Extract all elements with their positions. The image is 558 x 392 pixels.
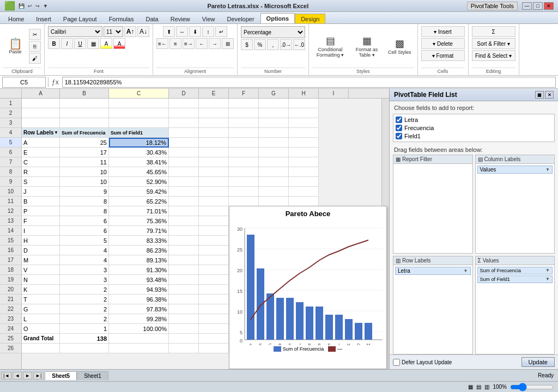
fill-color-btn[interactable]: A	[100, 38, 112, 49]
cell-h5[interactable]	[289, 138, 319, 148]
pivot-area-content-row-labels[interactable]: Letra ▼	[393, 265, 472, 354]
tab-developer[interactable]: Developer	[221, 14, 260, 23]
cell-a23[interactable]: L	[22, 314, 60, 324]
cell-a2[interactable]	[22, 108, 60, 118]
cell-e5[interactable]	[199, 138, 229, 148]
sort-filter-btn[interactable]: Sort & Filter ▾	[472, 38, 515, 49]
view-normal-icon[interactable]: ▦	[468, 384, 473, 390]
tab-design[interactable]: Design	[295, 14, 325, 23]
cell-g1[interactable]	[259, 99, 289, 108]
cell-d2[interactable]	[169, 108, 199, 118]
col-header-g[interactable]: G	[259, 89, 289, 98]
autosum-btn[interactable]: Σ	[472, 26, 515, 37]
maximize-btn[interactable]: □	[533, 2, 543, 10]
align-top-btn[interactable]: ⬆	[163, 26, 175, 37]
cell-f5[interactable]	[229, 138, 259, 148]
cell-c5[interactable]: 18.12%	[109, 138, 169, 148]
cell-a24[interactable]: O	[22, 324, 60, 334]
view-pagebreak-icon[interactable]: ▥	[484, 384, 489, 390]
col-header-a[interactable]: A	[22, 89, 60, 98]
pivot-tag-values[interactable]: Values ▼	[477, 166, 553, 174]
copy-btn[interactable]: ⎘	[29, 41, 41, 52]
pivot-tag-sum-frecuencia[interactable]: Sum of Frecuencia ▼	[477, 267, 553, 274]
cell-d5[interactable]	[169, 138, 199, 148]
pivot-area-content-values[interactable]: Sum of Frecuencia ▼ Sum of Field1 ▼	[476, 265, 555, 354]
pivot-area-content-report-filter[interactable]	[393, 164, 472, 253]
cell-c6[interactable]: 30.43%	[109, 148, 169, 157]
tab-view[interactable]: View	[196, 14, 221, 23]
cell-b3[interactable]	[60, 118, 109, 128]
sheet-nav-next[interactable]: ►	[23, 372, 32, 379]
sheet-tab-sheet1[interactable]: Sheet1	[77, 371, 108, 380]
pivot-check-field1[interactable]	[396, 133, 402, 139]
wrap-text-btn[interactable]: ↵	[215, 26, 227, 37]
zoom-slider[interactable]	[510, 383, 554, 391]
col-header-c[interactable]: C	[109, 89, 169, 98]
pivot-area-content-column-labels[interactable]: Values ▼	[476, 164, 555, 253]
cell-a8[interactable]: R	[22, 167, 60, 177]
save-icon[interactable]: 💾	[17, 3, 26, 9]
cut-btn[interactable]: ✂	[29, 29, 41, 40]
format-as-table-btn[interactable]: ▦ Format as Table ▾	[350, 33, 384, 59]
minimize-btn[interactable]: —	[522, 2, 532, 10]
cell-a5[interactable]: A	[22, 138, 60, 148]
cell-a19[interactable]: N	[22, 275, 60, 285]
cell-e1[interactable]	[199, 99, 229, 108]
cell-a17[interactable]: M	[22, 255, 60, 265]
cell-g4[interactable]	[259, 128, 289, 138]
pivot-check-frecuencia[interactable]	[396, 125, 402, 131]
cell-a12[interactable]: P	[22, 206, 60, 216]
pivot-update-btn[interactable]: Update	[521, 357, 555, 367]
cell-a4-row-labels[interactable]: Row Labels ▼	[22, 128, 60, 138]
cell-e4[interactable]	[199, 128, 229, 138]
cell-a9[interactable]: S	[22, 177, 60, 187]
view-layout-icon[interactable]: ▤	[476, 384, 481, 390]
cell-b6[interactable]: 17	[60, 148, 109, 157]
close-btn[interactable]: ✕	[544, 2, 554, 10]
underline-btn[interactable]: U	[74, 38, 86, 49]
cell-a21[interactable]: T	[22, 295, 60, 304]
cell-a3[interactable]	[22, 118, 60, 128]
pivot-tag-sum-field1[interactable]: Sum of Field1 ▼	[477, 275, 553, 283]
more-qa-icon[interactable]: ▼	[42, 3, 49, 9]
cell-b1[interactable]	[60, 99, 109, 108]
text-direction-btn[interactable]: ↕	[202, 26, 214, 37]
cell-reference-box[interactable]	[2, 77, 46, 88]
cell-a22[interactable]: G	[22, 304, 60, 314]
number-format-select[interactable]: Percentage	[241, 26, 305, 38]
cell-b5[interactable]: 25	[60, 138, 109, 148]
comma-btn[interactable]: ,	[267, 39, 279, 50]
col-header-b[interactable]: B	[60, 89, 109, 98]
cell-f1[interactable]	[229, 99, 259, 108]
currency-btn[interactable]: $	[241, 39, 253, 50]
tab-data[interactable]: Data	[140, 14, 164, 23]
cell-f4[interactable]	[229, 128, 259, 138]
format-painter-btn[interactable]: 🖌	[29, 53, 41, 64]
cell-styles-btn[interactable]: ▩ Cell Styles	[385, 36, 414, 57]
find-select-btn[interactable]: Find & Select ▾	[472, 50, 515, 61]
percent-btn[interactable]: %	[254, 39, 266, 50]
function-icon[interactable]: ƒx	[51, 78, 60, 86]
sheet-nav-prev[interactable]: ◄	[13, 372, 22, 379]
pivot-tag-letra[interactable]: Letra ▼	[395, 267, 471, 275]
italic-btn[interactable]: I	[61, 38, 73, 49]
cell-a10[interactable]: J	[22, 187, 60, 197]
defer-layout-checkbox[interactable]	[393, 359, 400, 366]
formula-input[interactable]	[62, 77, 556, 88]
paste-btn[interactable]: 📋 Paste	[3, 36, 27, 56]
cell-h4[interactable]	[289, 128, 319, 138]
decrease-decimal-btn[interactable]: ←.0	[293, 39, 305, 50]
sheet-tab-sheet5[interactable]: Sheet5	[45, 371, 77, 380]
sheet-nav-last[interactable]: ►|	[33, 372, 44, 379]
cell-h3[interactable]	[289, 118, 319, 128]
cell-c1[interactable]	[109, 99, 169, 108]
align-center-btn[interactable]: ≡	[169, 38, 181, 49]
bold-btn[interactable]: B	[48, 38, 60, 49]
cell-g5[interactable]	[259, 138, 289, 148]
cell-a14[interactable]: I	[22, 226, 60, 236]
cell-h2[interactable]	[289, 108, 319, 118]
pivot-layout-btn[interactable]: ▦	[535, 91, 544, 99]
cell-b2[interactable]	[60, 108, 109, 118]
align-bottom-btn[interactable]: ⬇	[189, 26, 201, 37]
pivot-check-letra[interactable]	[396, 117, 402, 123]
